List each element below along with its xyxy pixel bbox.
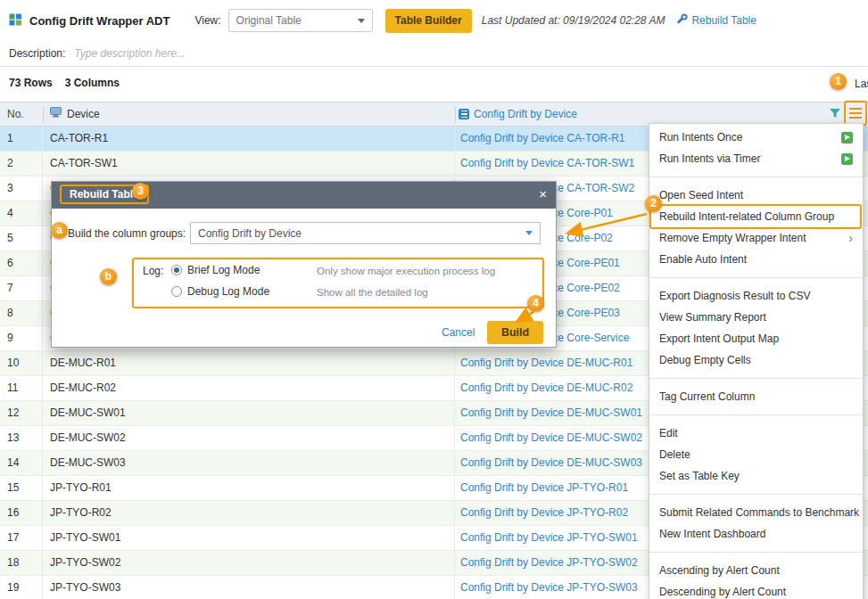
- description-label: Description:: [9, 47, 65, 60]
- config-drift-link[interactable]: Config Drift by Device JP-TYO-SW02: [460, 556, 638, 569]
- menu-item[interactable]: Delete: [649, 444, 863, 465]
- annotation-circle-a: a: [51, 222, 68, 239]
- column-header-device-label: Device: [67, 103, 100, 126]
- column-divider: [455, 106, 456, 122]
- close-icon[interactable]: ×: [539, 186, 547, 201]
- column-filter-icon[interactable]: [829, 107, 841, 122]
- row-number-cell: 1: [0, 127, 43, 151]
- row-number-cell: 13: [0, 426, 43, 450]
- row-number-cell: 2: [0, 152, 43, 176]
- debug-log-mode-description: Show all the detailed log: [317, 287, 428, 298]
- menu-item-label: Tag Current Column: [659, 390, 755, 403]
- cancel-button[interactable]: Cancel: [442, 326, 475, 339]
- config-drift-link[interactable]: Config Drift by Device JP-TYO-R01: [460, 481, 628, 494]
- description-input[interactable]: Type description here...: [74, 47, 186, 60]
- config-drift-link[interactable]: Config Drift by Device CA-TOR-R1: [460, 132, 625, 144]
- column-context-menu: Run Intents Once Run Intents via Timer O…: [649, 123, 864, 599]
- menu-item-label: Submit Related Commands to Benchmark: [659, 506, 859, 519]
- debug-log-mode-radio[interactable]: Debug Log Mode: [171, 285, 269, 298]
- menu-item[interactable]: Open Seed Intent: [649, 185, 863, 206]
- table-app-icon: [9, 13, 22, 29]
- menu-item-label: Enable Auto Intent: [659, 253, 747, 266]
- menu-item[interactable]: Set as Table Key: [649, 465, 863, 487]
- menu-item[interactable]: Edit: [649, 423, 863, 444]
- menu-item[interactable]: Ascending by Alert Count: [649, 560, 863, 581]
- annotation-circle-2: 2: [645, 195, 662, 212]
- table-builder-button[interactable]: Table Builder: [385, 9, 472, 33]
- device-cell: JP-TYO-SW01: [43, 526, 455, 550]
- menu-item[interactable]: Tag Current Column: [649, 386, 863, 407]
- brief-log-mode-label: Brief Log Mode: [187, 264, 260, 276]
- menu-item[interactable]: Export Intent Output Map: [649, 328, 863, 349]
- annotation-circle-1: 1: [830, 73, 847, 90]
- menu-item-label: Ascending by Alert Count: [659, 564, 780, 577]
- rebuild-table-action[interactable]: Rebuild Table: [675, 13, 756, 29]
- menu-group: Export Diagnosis Result to CSV View Summ…: [649, 277, 863, 371]
- device-cell: DE-MUC-SW02: [43, 426, 455, 450]
- config-drift-link[interactable]: Config Drift by Device DE-MUC-R01: [460, 357, 632, 369]
- row-number-cell: 7: [0, 276, 43, 300]
- brief-log-mode-radio[interactable]: Brief Log Mode: [171, 264, 260, 276]
- view-dropdown[interactable]: Original Table: [228, 9, 373, 32]
- row-count: 73 Rows: [9, 77, 53, 89]
- build-button[interactable]: Build: [487, 321, 543, 344]
- row-number-cell: 4: [0, 201, 43, 226]
- chevron-down-icon: [525, 231, 533, 235]
- rebuild-table-dialog: Rebuild Table × Build the column groups:…: [51, 181, 557, 348]
- top-toolbar: Config Drift Wrapper ADT View: Original …: [0, 0, 868, 41]
- annotation-circle-4: 4: [527, 295, 544, 312]
- row-number-cell: 11: [0, 376, 43, 400]
- config-drift-link[interactable]: Config Drift by Device DE-MUC-SW02: [460, 431, 642, 444]
- menu-item[interactable]: Enable Auto Intent: [649, 249, 863, 270]
- description-bar: Description: Type description here...: [0, 41, 868, 67]
- column-groups-label: Build the column groups:: [68, 227, 186, 240]
- config-drift-link[interactable]: Config Drift by Device JP-TYO-SW01: [460, 531, 638, 544]
- menu-item-label: Export Intent Output Map: [659, 332, 779, 345]
- table-summary: 73 Rows3 Columns: [9, 77, 120, 89]
- log-mode-section: Log: Brief Log Mode Only show major exec…: [132, 258, 544, 308]
- menu-item[interactable]: Export Diagnosis Result to CSV: [649, 285, 863, 307]
- menu-group: Tag Current Column: [649, 378, 863, 407]
- row-number-cell: 9: [0, 326, 43, 350]
- config-drift-link[interactable]: Config Drift by Device JP-TYO-R02: [460, 506, 628, 519]
- menu-item[interactable]: Rebuild Intent-related Column Group: [649, 206, 863, 227]
- device-cell: DE-MUC-R01: [43, 351, 455, 375]
- row-number-cell: 8: [0, 301, 43, 325]
- menu-item[interactable]: Remove Empty Wrapper Intent ›: [649, 227, 863, 249]
- menu-item[interactable]: Run Intents via Timer: [649, 148, 863, 169]
- device-cell: JP-TYO-R01: [43, 476, 455, 500]
- row-number-cell: 15: [0, 476, 43, 500]
- config-drift-link[interactable]: Config Drift by Device DE-MUC-SW01: [460, 406, 642, 419]
- device-cell: DE-MUC-SW01: [43, 401, 455, 425]
- log-label: Log:: [143, 265, 163, 277]
- dialog-header: Rebuild Table ×: [52, 182, 556, 209]
- menu-item[interactable]: Run Intents Once: [649, 127, 863, 148]
- screen: Config Drift Wrapper ADT View: Original …: [0, 0, 868, 599]
- brief-log-mode-description: Only show major execution process log: [317, 266, 495, 276]
- config-drift-link[interactable]: Config Drift by Device DE-MUC-SW03: [460, 456, 642, 469]
- menu-item-label: Export Diagnosis Result to CSV: [659, 290, 810, 302]
- page-title: Config Drift Wrapper ADT: [29, 14, 169, 28]
- config-drift-link[interactable]: Config Drift by Device JP-TYO-SW03: [460, 581, 638, 594]
- config-drift-link[interactable]: Config Drift by Device DE-MUC-R02: [460, 382, 632, 394]
- row-number-cell: 17: [0, 526, 43, 550]
- column-menu-button[interactable]: [844, 101, 867, 126]
- chevron-down-icon: [358, 19, 365, 23]
- column-header-config-drift[interactable]: Config Drift by Device: [459, 103, 577, 126]
- device-cell: CA-TOR-SW1: [43, 152, 455, 176]
- radio-unselected-icon: [171, 286, 182, 297]
- menu-item-label: View Summary Report: [659, 311, 766, 324]
- menu-item[interactable]: Debug Empty Cells: [649, 349, 863, 371]
- intent-column-icon: [459, 109, 469, 119]
- rebuild-table-link[interactable]: Rebuild Table: [691, 14, 756, 27]
- column-divider: [43, 106, 44, 122]
- menu-item[interactable]: Submit Related Commands to Benchmark: [649, 502, 863, 523]
- column-group-dropdown[interactable]: Config Drift by Device: [190, 222, 541, 244]
- column-header-config-drift-label: Config Drift by Device: [474, 103, 577, 126]
- menu-item[interactable]: View Summary Report: [649, 307, 863, 328]
- config-drift-link[interactable]: Config Drift by Device CA-TOR-SW1: [460, 157, 634, 169]
- menu-item[interactable]: Descending by Alert Count: [649, 581, 863, 599]
- column-header-device[interactable]: Device: [50, 103, 100, 126]
- right-cutoff-text: Las: [855, 78, 868, 90]
- menu-item[interactable]: New Intent Dashboard: [649, 523, 863, 545]
